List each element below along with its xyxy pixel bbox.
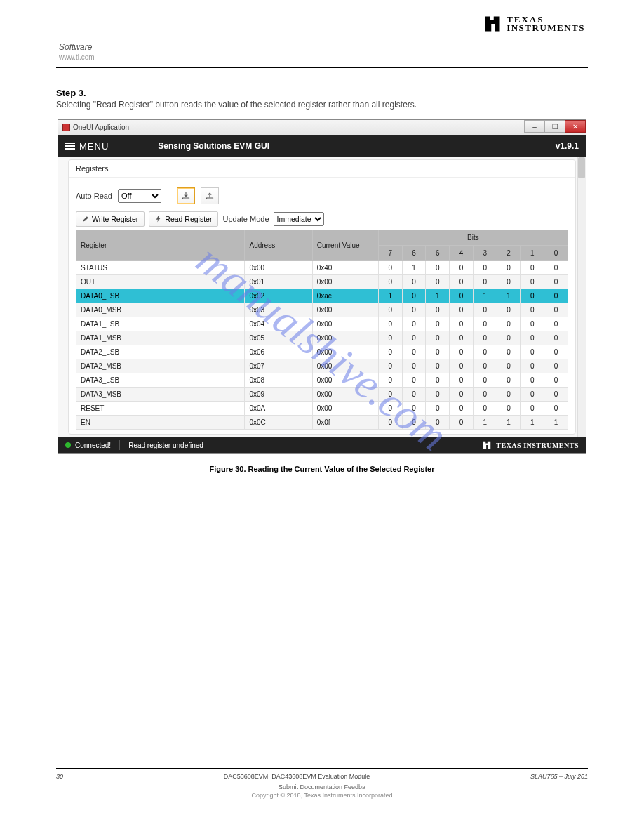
menu-button[interactable]: MENU	[65, 141, 109, 152]
cell-bit[interactable]: 0	[521, 331, 544, 345]
cell-bit[interactable]: 0	[378, 261, 402, 275]
cell-bit[interactable]: 0	[450, 373, 474, 388]
column-register[interactable]: Register	[76, 230, 245, 261]
table-row[interactable]: EN0x0C0x0f00001111	[76, 416, 568, 430]
cell-bit[interactable]: 0	[497, 359, 521, 373]
cell-bit[interactable]: 0	[450, 331, 474, 345]
table-row[interactable]: DATA0_MSB0x030x0000000000	[76, 303, 568, 317]
cell-bit[interactable]: 0	[426, 261, 450, 275]
cell-bit[interactable]: 0	[450, 345, 474, 359]
autoread-select[interactable]: Off	[118, 189, 161, 203]
cell-bit[interactable]: 0	[544, 303, 568, 317]
save-config-button[interactable]	[177, 187, 195, 204]
cell-bit[interactable]: 0	[378, 373, 402, 388]
cell-bit[interactable]: 0	[544, 261, 568, 275]
load-config-button[interactable]	[201, 187, 219, 204]
cell-bit[interactable]: 0	[402, 388, 426, 402]
cell-bit[interactable]: 0	[426, 402, 450, 416]
cell-bit[interactable]: 1	[402, 261, 426, 275]
cell-bit[interactable]: 0	[426, 303, 450, 317]
cell-bit[interactable]: 0	[544, 359, 568, 373]
cell-bit[interactable]: 1	[426, 289, 450, 303]
cell-bit[interactable]: 0	[473, 373, 497, 388]
cell-bit[interactable]: 0	[426, 416, 450, 430]
column-value[interactable]: Current Value	[312, 230, 378, 261]
cell-bit[interactable]: 0	[497, 303, 521, 317]
cell-bit[interactable]: 0	[402, 275, 426, 289]
cell-bit[interactable]: 0	[426, 388, 450, 402]
read-register-button[interactable]: Read Register	[149, 211, 218, 227]
cell-bit[interactable]: 0	[473, 275, 497, 289]
cell-bit[interactable]: 0	[497, 261, 521, 275]
cell-bit[interactable]: 0	[402, 416, 426, 430]
cell-bit[interactable]: 0	[450, 303, 474, 317]
cell-bit[interactable]: 0	[544, 388, 568, 402]
cell-bit[interactable]: 0	[378, 416, 402, 430]
cell-bit[interactable]: 1	[497, 289, 521, 303]
cell-bit[interactable]: 0	[378, 317, 402, 331]
cell-bit[interactable]: 0	[521, 388, 544, 402]
cell-bit[interactable]: 0	[473, 345, 497, 359]
table-row[interactable]: DATA3_LSB0x080x0000000000	[76, 373, 568, 388]
cell-bit[interactable]: 0	[450, 388, 474, 402]
cell-bit[interactable]: 1	[544, 416, 568, 430]
cell-bit[interactable]: 0	[544, 331, 568, 345]
cell-bit[interactable]: 0	[544, 345, 568, 359]
table-row[interactable]: DATA1_MSB0x050x0000000000	[76, 331, 568, 345]
table-row[interactable]: DATA3_MSB0x090x0000000000	[76, 388, 568, 402]
window-close-button[interactable]: ✕	[565, 120, 586, 133]
cell-bit[interactable]: 0	[378, 345, 402, 359]
scrollbar[interactable]	[577, 157, 586, 437]
cell-bit[interactable]: 0	[402, 303, 426, 317]
cell-bit[interactable]: 0	[426, 317, 450, 331]
window-minimize-button[interactable]: –	[524, 120, 545, 133]
cell-bit[interactable]: 0	[450, 416, 474, 430]
cell-bit[interactable]: 0	[497, 388, 521, 402]
update-mode-select[interactable]: Immediate	[274, 212, 324, 226]
write-register-button[interactable]: Write Register	[76, 211, 145, 227]
cell-bit[interactable]: 0	[450, 261, 474, 275]
window-maximize-button[interactable]: ❐	[544, 120, 565, 133]
cell-bit[interactable]: 0	[426, 345, 450, 359]
cell-bit[interactable]: 0	[497, 275, 521, 289]
cell-bit[interactable]: 0	[378, 275, 402, 289]
cell-bit[interactable]: 0	[402, 373, 426, 388]
cell-bit[interactable]: 0	[544, 275, 568, 289]
cell-bit[interactable]: 0	[450, 317, 474, 331]
cell-bit[interactable]: 1	[473, 289, 497, 303]
cell-bit[interactable]: 1	[497, 416, 521, 430]
cell-bit[interactable]: 0	[426, 275, 450, 289]
cell-bit[interactable]: 0	[378, 359, 402, 373]
cell-bit[interactable]: 0	[521, 373, 544, 388]
cell-bit[interactable]: 0	[473, 402, 497, 416]
cell-bit[interactable]: 0	[378, 388, 402, 402]
table-row[interactable]: OUT0x010x0000000000	[76, 275, 568, 289]
cell-bit[interactable]: 0	[378, 331, 402, 345]
cell-bit[interactable]: 0	[521, 289, 544, 303]
scrollbar-thumb[interactable]	[578, 157, 585, 178]
cell-bit[interactable]: 0	[473, 261, 497, 275]
table-row[interactable]: DATA1_LSB0x040x0000000000	[76, 317, 568, 331]
cell-bit[interactable]: 0	[426, 359, 450, 373]
cell-bit[interactable]: 0	[544, 402, 568, 416]
cell-bit[interactable]: 0	[521, 359, 544, 373]
cell-bit[interactable]: 0	[497, 373, 521, 388]
cell-bit[interactable]: 0	[473, 331, 497, 345]
cell-bit[interactable]: 0	[521, 275, 544, 289]
table-row[interactable]: DATA0_LSB0x020xac10101100	[76, 289, 568, 303]
cell-bit[interactable]: 0	[473, 303, 497, 317]
cell-bit[interactable]: 0	[497, 317, 521, 331]
cell-bit[interactable]: 0	[378, 303, 402, 317]
cell-bit[interactable]: 0	[402, 317, 426, 331]
cell-bit[interactable]: 0	[521, 317, 544, 331]
cell-bit[interactable]: 0	[544, 317, 568, 331]
cell-bit[interactable]: 0	[450, 275, 474, 289]
cell-bit[interactable]: 0	[450, 359, 474, 373]
cell-bit[interactable]: 0	[450, 402, 474, 416]
cell-bit[interactable]: 0	[497, 402, 521, 416]
cell-bit[interactable]: 0	[544, 289, 568, 303]
table-row[interactable]: STATUS0x000x4001000000	[76, 261, 568, 275]
cell-bit[interactable]: 1	[473, 416, 497, 430]
cell-bit[interactable]: 0	[521, 345, 544, 359]
cell-bit[interactable]: 0	[497, 331, 521, 345]
